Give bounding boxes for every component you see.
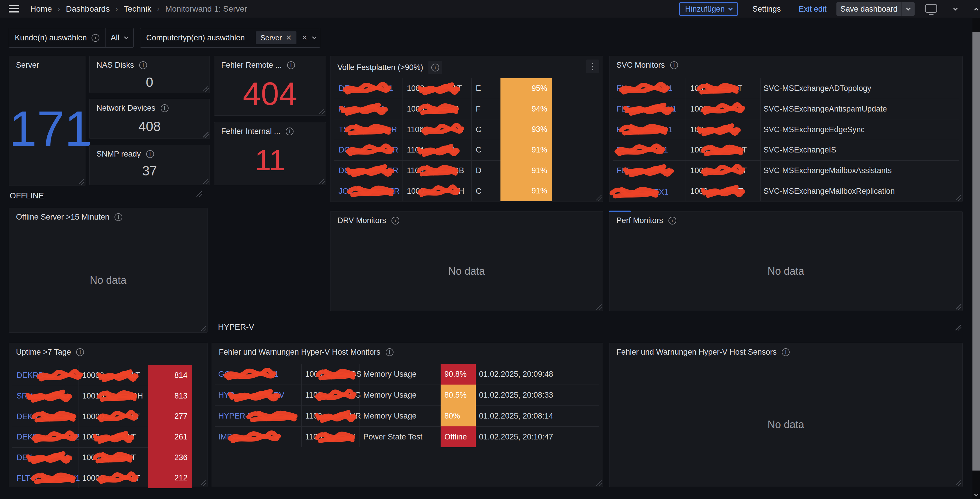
info-icon[interactable] [782,348,790,356]
resize-handle[interactable] [597,480,602,486]
host-link[interactable]: FX1 [616,146,668,154]
host-link[interactable]: FLTX1 [616,104,676,113]
info-icon[interactable] [161,104,169,112]
host-link[interactable]: DC-ER [339,166,398,175]
chevron-down-icon [906,6,911,10]
host-link[interactable]: TS-ER [339,125,397,134]
info-icon[interactable] [146,150,154,158]
info-icon[interactable] [670,61,678,69]
host-link[interactable]: JOBER [339,186,399,195]
panel-menu-kebab-icon[interactable] [586,60,599,73]
host-link[interactable]: EX1 [616,185,668,197]
host-link[interactable]: FLT1 [616,166,671,175]
redaction-scribble [424,166,453,175]
table-row: IMP-1100VPower State Test01.02.2025, 20:… [212,426,603,447]
row-resize-handle[interactable] [956,325,961,331]
info-icon[interactable] [92,34,99,42]
host-link[interactable]: IK1 [339,104,385,113]
breadcrumb-item[interactable]: Home [30,4,52,14]
row-separator [334,140,501,140]
breadcrumb-item[interactable]: Dashboards [66,4,110,14]
asset-number: 10000LT [82,412,140,421]
redaction-scribble [708,105,738,113]
host-link[interactable]: HYPER-V [218,412,293,421]
computertype-filter: Computertyp(en) auswählen Server ✕ ✕ [140,28,320,48]
table-row: DE011000LTE [331,78,603,99]
clear-filter-icon[interactable]: ✕ [302,34,307,41]
host-link[interactable]: IMP- [218,432,274,442]
host-link[interactable]: SRV [17,391,65,400]
resize-handle[interactable] [320,179,325,184]
menu-icon[interactable] [9,5,19,13]
host-link[interactable]: HYPRV [218,391,285,400]
info-icon-button[interactable] [428,61,442,75]
panel-title: Fehler und Warnungen Hyper-V Host Sensor… [616,348,776,357]
resize-handle[interactable] [79,179,84,185]
info-icon[interactable] [139,61,147,69]
tv-kiosk-mode-icon[interactable] [925,4,937,13]
resize-handle[interactable] [203,179,209,184]
filter-tag-server: Server ✕ [256,31,296,44]
top-navigation-bar: Home›Dashboards›Technik›Monitorwand 1: S… [0,0,980,18]
table-row: FLT11009LTSVC-MSExchangeMailboxAssistant… [609,161,962,181]
exit-edit-button[interactable]: Exit edit [799,0,827,18]
panel-title: Fehler Internal ... [221,127,280,136]
redaction-scribble [100,453,127,462]
server-count-value: 171 [9,104,85,154]
redaction-scribble [630,105,667,113]
remove-tag-icon[interactable]: ✕ [286,34,292,41]
resize-handle[interactable] [320,109,325,114]
asset-number: 1009LT [690,166,747,175]
resize-handle[interactable] [956,480,961,486]
save-dashboard-button[interactable]: Save dashboard [837,2,902,16]
info-icon[interactable] [76,348,84,356]
customer-filter-value[interactable]: All [105,28,133,47]
resize-handle[interactable] [203,132,209,138]
collapse-topbar-chevron-icon[interactable] [954,7,957,12]
host-link[interactable]: GO01 [218,370,278,379]
uptime-days: 814 [148,365,192,386]
redaction-scribble [708,146,738,154]
row-label-offline[interactable]: OFFLINE [10,191,44,200]
info-icon[interactable] [286,127,294,135]
data-table: GO011000GSMemory Usage01.02.2025, 20:09:… [212,364,603,447]
resize-handle[interactable] [203,86,209,92]
info-icon[interactable] [386,348,393,356]
info-icon[interactable] [391,217,399,224]
page-scrollbar [972,0,980,499]
data-table: DE011000LTEIK11000SFTS-ER11061MCDC-ER110… [331,78,603,201]
row-resize-handle[interactable] [196,191,202,197]
customer-filter-label[interactable]: Kunde(n) auswählen [9,28,105,47]
resize-handle[interactable] [201,326,206,331]
redaction-scribble [616,188,654,197]
row-separator [334,119,501,119]
add-button[interactable]: Hinzufügen [679,2,738,16]
resize-handle[interactable] [956,304,961,310]
host-link[interactable]: DE01 [339,84,393,93]
settings-button[interactable]: Settings [752,0,781,18]
host-link[interactable]: FLX1 [616,125,673,134]
resize-handle[interactable] [597,304,602,310]
save-dashboard-options-button[interactable] [902,2,915,16]
breadcrumb-item[interactable]: Technik [124,4,151,14]
host-link[interactable]: DC-ER [339,146,398,154]
breadcrumb: Home›Dashboards›Technik›Monitorwand 1: S… [30,0,247,18]
info-icon[interactable] [668,217,676,224]
host-link[interactable]: FLT-HV1 [17,474,80,482]
info-icon[interactable] [115,213,123,221]
host-link[interactable]: FLX1 [616,84,673,93]
computertype-filter-label[interactable]: Computertyp(en) auswählen [140,28,251,47]
scroll-up-icon[interactable] [972,0,980,18]
host-link[interactable]: DEKRB [17,371,76,380]
scroll-down-icon[interactable] [972,494,980,497]
info-icon[interactable] [287,61,295,69]
computertype-filter-value[interactable]: Server ✕ ✕ [251,28,321,47]
row-label-hyperv[interactable]: HYPER-V [218,323,254,332]
host-link[interactable]: DEKR02 [17,432,80,442]
scrollbar-thumb[interactable] [972,32,980,470]
asset-number: 1000LT [82,453,136,462]
table-row: DC-ER1104LC [331,140,603,161]
row-separator [613,140,959,140]
host-link[interactable]: DEK1 [17,453,70,462]
host-link[interactable]: DEKR1 [17,412,75,421]
